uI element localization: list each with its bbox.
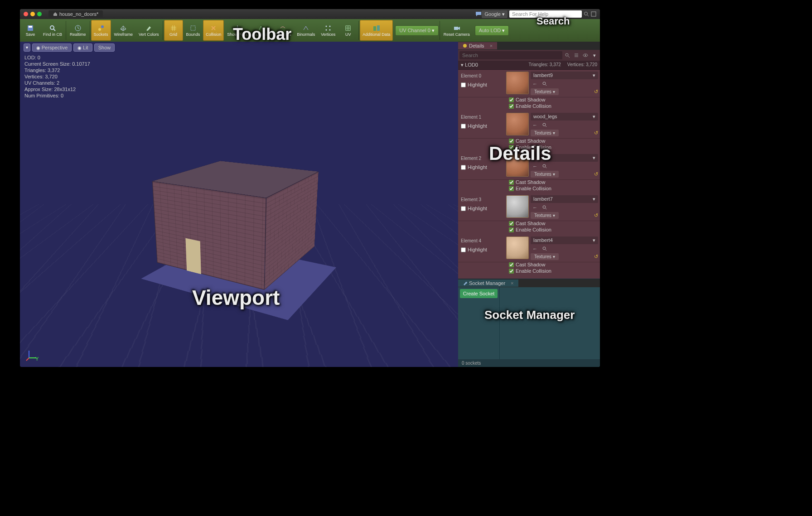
material-thumbnail[interactable]	[506, 195, 529, 218]
cast-shadow-checkbox[interactable]	[509, 262, 514, 267]
browse-icon[interactable]	[541, 163, 549, 169]
additional-data-button[interactable]: Additional Data	[360, 20, 393, 41]
socket-list	[500, 287, 600, 359]
svg-point-24	[463, 44, 467, 48]
viewport-3d[interactable]: ▾ ◉ Perspective ◉ Lit Show LOD: 0 Curren…	[20, 42, 458, 367]
material-name-dropdown[interactable]: ▾	[531, 154, 598, 162]
reset-icon[interactable]: ↺	[594, 130, 598, 136]
svg-point-5	[50, 26, 54, 29]
enable-collision-checkbox[interactable]	[509, 104, 514, 109]
material-thumbnail[interactable]	[506, 72, 529, 94]
enable-collision-checkbox[interactable]	[509, 145, 514, 150]
help-search-input[interactable]: Search For Help	[509, 10, 582, 18]
eye-icon[interactable]	[581, 51, 590, 59]
vert-colors-button[interactable]: Vert Colors	[136, 20, 162, 41]
arrow-left-icon[interactable]: ←	[531, 204, 539, 211]
cast-shadow-label: Cast Shadow	[516, 221, 545, 226]
sockets-button[interactable]: Sockets	[91, 20, 111, 41]
maximize-window-icon[interactable]	[37, 12, 42, 16]
document-tab[interactable]: house_no_doors*	[48, 10, 103, 18]
create-socket-button[interactable]: Create Socket	[460, 289, 498, 298]
uv-button[interactable]: UV	[338, 20, 358, 41]
uv-channel-dropdown[interactable]: UV Channel 0 ▾	[395, 25, 439, 36]
reset-camera-button[interactable]: Reset Camera	[441, 20, 473, 41]
material-name-dropdown[interactable]: lambert9▾	[531, 72, 598, 79]
socket-count-status: 0 sockets	[458, 359, 600, 367]
info-icon	[463, 43, 467, 48]
browse-icon[interactable]	[541, 246, 549, 252]
search-icon[interactable]	[563, 51, 571, 59]
textures-dropdown[interactable]: Textures ▾	[531, 130, 559, 136]
cast-shadow-checkbox[interactable]	[509, 97, 514, 102]
material-element-row: Element 1 Highlight wood_legs▾ ← Texture…	[458, 111, 600, 139]
arrow-left-icon[interactable]: ←	[531, 245, 539, 252]
tangents-button[interactable]: Tangents	[272, 20, 294, 41]
vertices-button[interactable]: Vertices	[318, 20, 338, 41]
minimize-window-icon[interactable]	[30, 12, 35, 16]
lit-dropdown[interactable]: ◉ Lit	[73, 43, 92, 52]
arrow-left-icon[interactable]: ←	[531, 80, 539, 87]
svg-line-38	[546, 250, 546, 251]
textures-dropdown[interactable]: Textures ▾	[531, 171, 559, 178]
list-view-icon[interactable]	[572, 51, 580, 59]
arrow-left-icon[interactable]: ←	[531, 121, 539, 129]
enable-collision-label: Enable Collision	[516, 145, 551, 150]
reset-icon[interactable]: ↺	[594, 89, 598, 95]
search-icon[interactable]	[584, 11, 589, 17]
material-thumbnail[interactable]	[506, 154, 529, 177]
enable-collision-checkbox[interactable]	[509, 186, 514, 191]
show-pivot-button[interactable]: Show Pivot	[224, 20, 250, 41]
svg-point-13	[329, 26, 331, 27]
fullscreen-icon[interactable]	[591, 11, 596, 17]
realtime-button[interactable]: Realtime	[67, 20, 89, 41]
binormals-button[interactable]: Binormals	[294, 20, 318, 41]
enable-collision-checkbox[interactable]	[509, 227, 514, 232]
bounds-button[interactable]: Bounds	[184, 20, 203, 41]
material-thumbnail[interactable]	[506, 113, 529, 135]
material-thumbnail[interactable]	[506, 236, 529, 259]
browse-icon[interactable]	[541, 81, 549, 87]
highlight-checkbox[interactable]	[461, 247, 466, 252]
viewport-options-dropdown[interactable]: ▾	[24, 43, 30, 52]
cast-shadow-checkbox[interactable]	[509, 139, 514, 144]
highlight-checkbox[interactable]	[461, 165, 466, 170]
lod-section-header[interactable]: ▾ LOD0 Triangles: 3,372 Vertices: 3,720	[458, 61, 600, 70]
arrow-left-icon[interactable]: ←	[531, 163, 539, 170]
material-name-dropdown[interactable]: lambert4▾	[531, 236, 598, 244]
expand-icon[interactable]: ▾	[590, 51, 599, 59]
material-name-dropdown[interactable]: lambert7▾	[531, 195, 598, 203]
browse-icon[interactable]	[541, 204, 549, 211]
collision-button[interactable]: Collision	[203, 20, 224, 41]
highlight-checkbox[interactable]	[461, 82, 466, 87]
textures-dropdown[interactable]: Textures ▾	[531, 88, 559, 95]
details-tab[interactable]: Details×	[458, 42, 497, 49]
reset-icon[interactable]: ↺	[594, 212, 598, 218]
browse-icon[interactable]	[541, 122, 549, 128]
material-name-dropdown[interactable]: wood_legs▾	[531, 113, 598, 121]
close-window-icon[interactable]	[24, 12, 28, 16]
normals-button[interactable]: Normals	[251, 20, 271, 41]
close-tab-icon[interactable]: ×	[511, 280, 513, 286]
enable-collision-checkbox[interactable]	[509, 269, 514, 274]
cast-shadow-checkbox[interactable]	[509, 180, 514, 185]
comment-icon[interactable]	[475, 11, 482, 17]
highlight-checkbox[interactable]	[461, 206, 466, 211]
wireframe-button[interactable]: Wireframe	[111, 20, 136, 41]
show-dropdown[interactable]: Show	[94, 43, 115, 52]
textures-dropdown[interactable]: Textures ▾	[531, 253, 559, 260]
google-dropdown[interactable]: Google ▾	[482, 10, 508, 18]
details-search-input[interactable]	[459, 51, 562, 59]
reset-icon[interactable]: ↺	[594, 254, 598, 260]
axis-gizmo[interactable]: Y	[25, 348, 39, 362]
textures-dropdown[interactable]: Textures ▾	[531, 212, 559, 219]
highlight-checkbox[interactable]	[461, 124, 466, 129]
socket-manager-tab[interactable]: Socket Manager×	[458, 280, 518, 287]
find-in-cb-button[interactable]: Find in CB	[40, 20, 65, 41]
cast-shadow-checkbox[interactable]	[509, 221, 514, 226]
save-button[interactable]: Save	[21, 20, 40, 41]
reset-icon[interactable]: ↺	[594, 171, 598, 177]
grid-button[interactable]: Grid	[164, 20, 183, 41]
perspective-dropdown[interactable]: ◉ Perspective	[32, 43, 72, 52]
auto-lod-dropdown[interactable]: Auto LOD ▾	[475, 25, 509, 36]
close-tab-icon[interactable]: ×	[490, 43, 493, 48]
